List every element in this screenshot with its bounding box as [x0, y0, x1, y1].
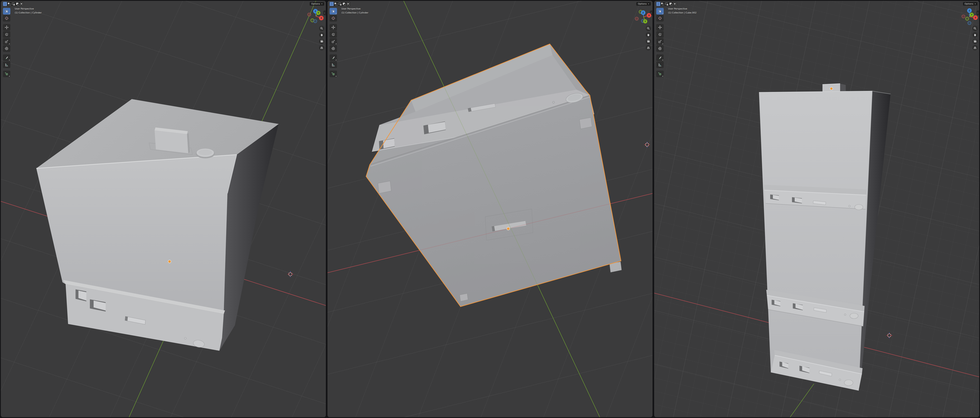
- select-mode-set[interactable]: [3, 2, 7, 6]
- rotate-icon: [658, 32, 662, 37]
- tool-annotate[interactable]: [3, 54, 10, 61]
- gizmo-minus-z[interactable]: [313, 19, 317, 23]
- tool-scale[interactable]: [329, 38, 337, 45]
- scene-2: [328, 1, 652, 417]
- viewport-1[interactable]: User Perspective (1) Collection | Cylind…: [1, 1, 326, 417]
- options-button[interactable]: Options: [963, 2, 977, 6]
- tool-cursor[interactable]: [3, 15, 10, 22]
- chevron-down-icon: [975, 3, 976, 4]
- tool-move[interactable]: [3, 24, 10, 31]
- select-mode-subtract[interactable]: [665, 2, 669, 6]
- scale-icon: [658, 40, 662, 44]
- gizmo-y-label: Y: [317, 12, 319, 14]
- camera-icon: [974, 40, 977, 43]
- tool-rotate[interactable]: [656, 31, 664, 38]
- gizmo-minus-x[interactable]: [307, 13, 311, 16]
- select-mode-invert[interactable]: [15, 2, 19, 6]
- tool-rotate[interactable]: [329, 31, 337, 38]
- select-mode-intersect[interactable]: [673, 2, 677, 6]
- hand-icon: [647, 33, 650, 37]
- options-button[interactable]: Options: [636, 2, 651, 6]
- add-cube-icon: [5, 72, 9, 76]
- select-mode-subtract[interactable]: [11, 2, 15, 6]
- perspective-toggle-button[interactable]: [319, 45, 325, 51]
- tool-annotate[interactable]: [329, 54, 337, 61]
- select-mode-intersect[interactable]: [19, 2, 24, 6]
- select-mode-set[interactable]: [329, 2, 334, 6]
- camera-view-button[interactable]: [972, 38, 978, 44]
- tool-add-cube[interactable]: [329, 71, 337, 77]
- tool-move[interactable]: [329, 24, 337, 31]
- move-icon: [658, 25, 662, 29]
- nav-buttons: [646, 26, 651, 51]
- select-mode-subtract[interactable]: [338, 2, 342, 6]
- dishwasher-model-2-selected[interactable]: [328, 1, 652, 417]
- gizmo-x-label: X: [975, 17, 976, 19]
- tool-transform[interactable]: [329, 45, 337, 52]
- pan-button[interactable]: [972, 32, 978, 38]
- tool-select-box[interactable]: [656, 8, 664, 14]
- transform-icon: [331, 46, 336, 51]
- select-intersect-icon: [674, 3, 676, 5]
- select-mode-extend[interactable]: [7, 2, 11, 6]
- tool-select-box[interactable]: [3, 8, 10, 14]
- tool-select-box[interactable]: [329, 8, 337, 14]
- tool-column: [329, 8, 337, 77]
- select-set-icon: [4, 3, 6, 5]
- select-subtract-icon: [665, 3, 668, 5]
- viewport-3[interactable]: User Perspective (1) Collection | Cube.0…: [654, 1, 979, 417]
- dishwasher-model-1[interactable]: [36, 99, 278, 351]
- hand-icon: [974, 33, 977, 37]
- chevron-down-icon: [321, 3, 323, 4]
- select-mode-set[interactable]: [656, 2, 660, 6]
- breadcrumb: (1) Collection | Cylinder: [15, 11, 42, 15]
- gizmo-minus-x[interactable]: [635, 17, 638, 20]
- camera-icon: [647, 40, 650, 43]
- tool-scale[interactable]: [656, 38, 664, 45]
- tool-measure[interactable]: [329, 62, 337, 68]
- select-box-icon: [658, 9, 662, 13]
- gizmo-minus-x[interactable]: [962, 15, 965, 18]
- tool-transform[interactable]: [3, 45, 10, 52]
- view-info: User Perspective (1) Collection | Cube.0…: [668, 7, 697, 15]
- viewport-2[interactable]: User Perspective (1) Collection | Cylind…: [328, 1, 652, 417]
- camera-view-button[interactable]: [319, 38, 325, 44]
- pan-button[interactable]: [646, 32, 651, 38]
- tool-rotate[interactable]: [3, 31, 10, 38]
- camera-view-button[interactable]: [646, 38, 651, 44]
- zoom-button[interactable]: [646, 26, 651, 31]
- stacked-cubes-model[interactable]: [759, 84, 891, 391]
- gizmo-minus-y[interactable]: [966, 17, 969, 20]
- tool-cursor[interactable]: [656, 15, 664, 22]
- tool-measure[interactable]: [656, 62, 664, 68]
- tool-add-cube[interactable]: [3, 71, 10, 77]
- select-mode-extend[interactable]: [334, 2, 338, 6]
- zoom-button[interactable]: [319, 26, 325, 31]
- perspective-toggle-button[interactable]: [646, 45, 651, 51]
- select-mode-invert[interactable]: [342, 2, 346, 6]
- select-mode-intersect[interactable]: [346, 2, 350, 6]
- options-button[interactable]: Options: [310, 2, 324, 6]
- tool-cursor[interactable]: [329, 15, 337, 22]
- chevron-down-icon: [648, 3, 649, 4]
- tool-transform[interactable]: [656, 45, 664, 52]
- scene-1: [1, 1, 326, 417]
- select-intersect-icon: [347, 3, 350, 5]
- zoom-button[interactable]: [972, 26, 978, 31]
- select-mode-extend[interactable]: [660, 2, 665, 6]
- tool-measure[interactable]: [3, 62, 10, 68]
- tool-scale[interactable]: [3, 38, 10, 45]
- breadcrumb: (1) Collection | Cube.002: [668, 11, 697, 15]
- perspective-toggle-button[interactable]: [972, 45, 978, 51]
- scene-3: [654, 1, 979, 417]
- pan-button[interactable]: [319, 32, 325, 38]
- tool-annotate[interactable]: [656, 54, 664, 61]
- navigation-gizmo[interactable]: Z Y X: [306, 7, 326, 26]
- gizmo-minus-z[interactable]: [968, 21, 971, 25]
- tool-add-cube[interactable]: [656, 71, 664, 77]
- select-mode-invert[interactable]: [669, 2, 673, 6]
- tool-move[interactable]: [656, 24, 664, 31]
- tool-column: [656, 8, 664, 77]
- navigation-gizmo[interactable]: Z Y X: [959, 7, 979, 26]
- navigation-gizmo[interactable]: Z X Y: [633, 7, 652, 26]
